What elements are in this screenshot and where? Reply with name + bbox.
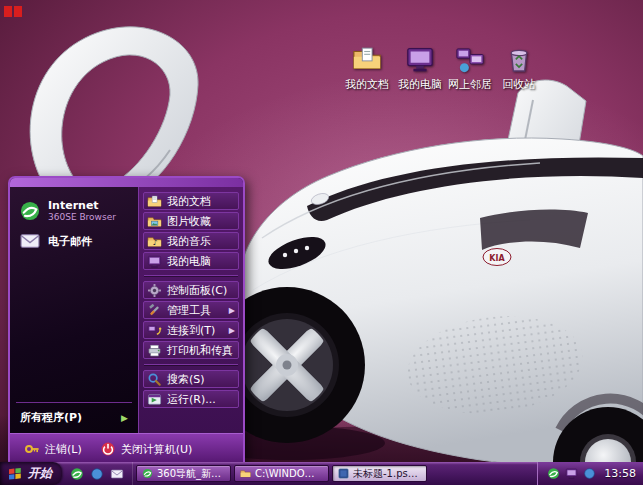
computer-icon — [147, 254, 162, 269]
kia-badge-text: KIA — [489, 254, 505, 263]
menu-item-admin-tools[interactable]: 管理工具 ▶ — [143, 301, 239, 319]
run-icon — [147, 392, 162, 407]
menu-item-printers-faxes[interactable]: 打印机和传真 — [143, 341, 239, 359]
menu-item-label: 打印机和传真 — [167, 343, 233, 358]
shut-down-label: 关闭计算机(U) — [121, 442, 193, 457]
task-photoshop-icon — [338, 468, 349, 479]
menu-item-control-panel[interactable]: 控制面板(C) — [143, 281, 239, 299]
desktop-icon-network-places[interactable]: 网上邻居 — [442, 44, 498, 92]
quick-launch-bar — [62, 462, 133, 485]
desktop-icon-recycle-bin[interactable]: 回收站 — [491, 44, 547, 92]
quicklaunch-mail-icon[interactable] — [110, 467, 124, 481]
menu-left-spacer — [16, 256, 132, 402]
taskbar-button-360-browser[interactable]: 360导航_新一代安... — [136, 465, 231, 482]
tray-antivirus-icon[interactable] — [547, 467, 560, 480]
start-menu-left-column: Internet 360SE Browser 电子邮件 所有程序(P) ▶ — [10, 187, 138, 433]
tray-display-icon[interactable] — [565, 467, 578, 480]
start-button[interactable]: 开始 — [0, 462, 62, 485]
menu-item-my-pictures[interactable]: 图片收藏 — [143, 212, 239, 230]
menu-item-search[interactable]: 搜索(S) — [143, 370, 239, 388]
task-360-icon — [142, 468, 153, 479]
log-off-button[interactable]: 注销(L) — [24, 441, 82, 457]
menu-item-my-music[interactable]: 我的音乐 — [143, 232, 239, 250]
desktop-icon-label: 网上邻居 — [448, 77, 492, 92]
menu-item-label: 管理工具 — [167, 303, 211, 318]
menu-item-run[interactable]: 运行(R)... — [143, 390, 239, 408]
internet-sublabel: 360SE Browser — [48, 212, 116, 222]
menu-item-label: 连接到(T) — [167, 323, 215, 338]
internet-label: Internet — [48, 199, 116, 212]
all-programs-button[interactable]: 所有程序(P) ▶ — [16, 402, 132, 429]
windows-flag-icon — [7, 466, 23, 482]
car-kia-badge: KIA — [483, 249, 511, 266]
start-menu-banner — [10, 178, 243, 187]
email-label: 电子邮件 — [48, 234, 92, 249]
start-button-label: 开始 — [28, 465, 52, 482]
corner-watermark-icon — [4, 6, 22, 17]
documents-folder-icon — [147, 194, 162, 209]
taskbar: 开始 360导航_新一代安... C:\WINDOWS\Res... 未标题-1… — [0, 462, 643, 485]
desktop-icon-label: 回收站 — [503, 77, 536, 92]
connect-to-icon — [147, 323, 162, 338]
all-programs-arrow-icon: ▶ — [121, 413, 128, 423]
menu-item-label: 运行(R)... — [167, 392, 216, 407]
recycle-bin-icon — [504, 44, 534, 74]
printer-icon — [147, 343, 162, 358]
desktop-icon-my-computer[interactable]: 我的电脑 — [392, 44, 448, 92]
my-documents-icon — [352, 44, 382, 74]
system-tray: 13:58 — [537, 462, 643, 485]
menu-item-label: 我的文档 — [167, 194, 211, 209]
desktop[interactable]: KIA 我的文档 我的电脑 — [0, 0, 643, 485]
menu-item-label: 我的电脑 — [167, 254, 211, 269]
start-menu: Internet 360SE Browser 电子邮件 所有程序(P) ▶ — [8, 176, 245, 466]
tray-network-icon[interactable] — [583, 467, 596, 480]
network-places-icon — [455, 44, 485, 74]
taskbar-button-label: C:\WINDOWS\Res... — [255, 468, 323, 479]
control-panel-gear-icon — [147, 283, 162, 298]
taskbar-button-label: 未标题-1.psd @ 50... — [353, 467, 421, 481]
log-off-label: 注销(L) — [45, 442, 82, 457]
desktop-icon-my-documents[interactable]: 我的文档 — [339, 44, 395, 92]
all-programs-label: 所有程序(P) — [20, 410, 82, 425]
browser-globe-icon — [19, 200, 41, 222]
menu-item-label: 搜索(S) — [167, 372, 205, 387]
menu-item-label: 我的音乐 — [167, 234, 211, 249]
start-menu-right-column: 我的文档 图片收藏 我的音乐 我的电脑 控制面板(C) — [138, 187, 243, 433]
taskbar-button-explorer[interactable]: C:\WINDOWS\Res... — [234, 465, 329, 482]
submenu-arrow-icon: ▶ — [229, 326, 235, 335]
menu-separator — [144, 275, 238, 276]
desktop-icon-label: 我的电脑 — [398, 77, 442, 92]
menu-item-email[interactable]: 电子邮件 — [16, 226, 132, 256]
menu-item-my-documents[interactable]: 我的文档 — [143, 192, 239, 210]
search-icon — [147, 372, 162, 387]
menu-separator — [144, 364, 238, 365]
taskbar-clock[interactable]: 13:58 — [604, 467, 636, 480]
menu-item-label: 控制面板(C) — [167, 283, 227, 298]
log-off-key-icon — [24, 441, 40, 457]
desktop-icon-label: 我的文档 — [345, 77, 389, 92]
menu-item-label: 图片收藏 — [167, 214, 211, 229]
my-computer-icon — [405, 44, 435, 74]
menu-item-my-computer[interactable]: 我的电脑 — [143, 252, 239, 270]
admin-tools-icon — [147, 303, 162, 318]
taskbar-button-photoshop[interactable]: 未标题-1.psd @ 50... — [332, 465, 427, 482]
menu-item-connect-to[interactable]: 连接到(T) ▶ — [143, 321, 239, 339]
taskbar-button-label: 360导航_新一代安... — [157, 467, 225, 481]
quicklaunch-internet-icon[interactable] — [90, 467, 104, 481]
quicklaunch-browser-icon[interactable] — [70, 467, 84, 481]
power-icon — [100, 441, 116, 457]
mail-icon — [19, 230, 41, 252]
menu-item-internet[interactable]: Internet 360SE Browser — [16, 195, 132, 226]
task-folder-icon — [240, 468, 251, 479]
music-folder-icon — [147, 234, 162, 249]
shut-down-button[interactable]: 关闭计算机(U) — [100, 441, 193, 457]
pictures-folder-icon — [147, 214, 162, 229]
start-menu-columns: Internet 360SE Browser 电子邮件 所有程序(P) ▶ — [10, 187, 243, 433]
start-menu-bottom-bar: 注销(L) 关闭计算机(U) — [10, 433, 243, 464]
submenu-arrow-icon: ▶ — [229, 306, 235, 315]
